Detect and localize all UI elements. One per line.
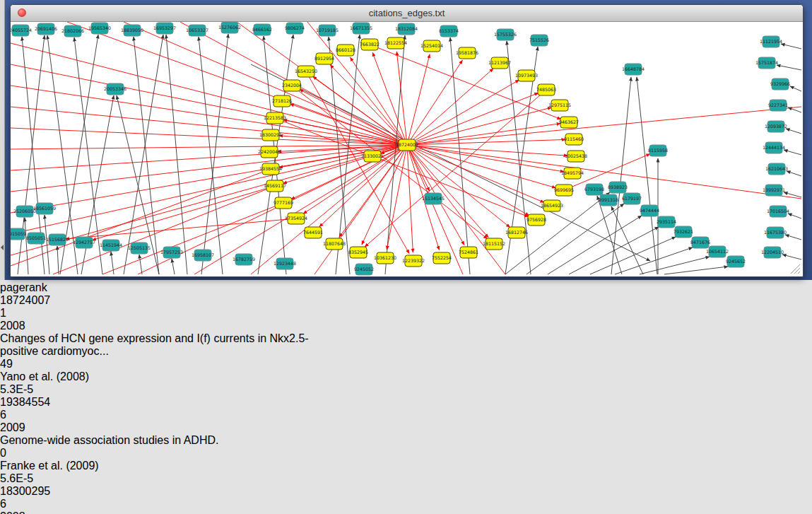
- graph-node[interactable]: 9245052: [354, 264, 374, 275]
- graph-node[interactable]: 7485063: [536, 84, 556, 95]
- resize-grip-icon[interactable]: [791, 264, 800, 274]
- graph-node[interactable]: 9245652: [726, 256, 746, 267]
- graph-node[interactable]: 7524861: [459, 247, 478, 258]
- graph-node[interactable]: 7552254: [432, 252, 452, 264]
- graph-node[interactable]: 8471676: [690, 237, 710, 248]
- graph-node[interactable]: 9699695: [554, 185, 574, 196]
- graph-node[interactable]: 16543250: [295, 66, 317, 77]
- graph-node[interactable]: 13992971: [763, 185, 785, 196]
- graph-node[interactable]: 18654923: [541, 200, 563, 211]
- table-cell[interactable]: Changes of HCN gene expression and I(f) …: [0, 332, 346, 358]
- column-header-pagerank[interactable]: pagerank: [0, 281, 74, 294]
- network-view-window[interactable]: citations_edges.txt 18724007 18122554 15…: [10, 4, 804, 277]
- citation-graph[interactable]: 18724007 18122554 15254014 19581876 1121…: [11, 22, 801, 276]
- graph-node[interactable]: 15755326: [494, 29, 517, 40]
- graph-node[interactable]: 12204510: [761, 247, 784, 258]
- graph-node[interactable]: 21330021: [361, 151, 384, 162]
- table-cell[interactable]: Genome-wide association studies in ADHD.: [0, 434, 346, 447]
- network-canvas[interactable]: 18724007 18122554 15254014 19581876 1121…: [11, 22, 803, 277]
- graph-node[interactable]: 12942757: [73, 237, 95, 248]
- graph-node[interactable]: 21802066: [61, 25, 84, 37]
- graph-node[interactable]: 8115958: [648, 145, 668, 156]
- graph-node[interactable]: 18724007: [396, 139, 418, 151]
- table-cell[interactable]: 19384554: [0, 396, 68, 409]
- graph-node[interactable]: 9756928: [526, 214, 546, 226]
- table-cell[interactable]: Yano et al. (2008): [0, 370, 120, 383]
- table-cell[interactable]: 6: [0, 498, 66, 510]
- graph-node[interactable]: 11121954: [760, 36, 782, 47]
- graph-node[interactable]: 15134545: [422, 193, 445, 204]
- table-row[interactable]: 1830029562008Estimation of significance …: [0, 485, 812, 514]
- table-cell[interactable]: 2008: [0, 510, 54, 514]
- graph-node[interactable]: 16782759: [233, 254, 255, 265]
- table-cell[interactable]: 1: [0, 307, 66, 320]
- graph-node[interactable]: 18300295: [259, 129, 282, 141]
- table-cell[interactable]: 2009: [0, 421, 54, 434]
- control-panel-splitter[interactable]: [0, 0, 5, 280]
- graph-node[interactable]: 16812746: [505, 227, 528, 238]
- graph-node[interactable]: 16671355: [350, 23, 372, 34]
- graph-node[interactable]: 7515526: [529, 35, 549, 46]
- graph-node[interactable]: 22420046: [258, 146, 281, 158]
- graph-node[interactable]: 11807648: [323, 238, 346, 250]
- graph-node[interactable]: 10653327: [186, 25, 208, 36]
- graph-node[interactable]: 9777169: [273, 197, 293, 209]
- table-row[interactable]: 1938455462009Genome-wide association stu…: [0, 396, 812, 485]
- graph-node[interactable]: 17957253: [160, 247, 183, 258]
- graph-node[interactable]: 6179197: [622, 193, 642, 204]
- graph-node[interactable]: 9463627: [559, 117, 579, 128]
- graph-node[interactable]: 7663822: [360, 39, 379, 50]
- graph-node[interactable]: 9115460: [564, 134, 584, 145]
- graph-node[interactable]: 10654112: [706, 246, 729, 257]
- graph-node[interactable]: 15156829: [46, 234, 69, 245]
- graph-node[interactable]: 16648784: [622, 64, 645, 75]
- graph-node[interactable]: 17016504: [767, 206, 789, 217]
- graph-node[interactable]: 18122554: [384, 37, 407, 49]
- table-cell[interactable]: Franke et al. (2009): [0, 460, 120, 472]
- graph-node[interactable]: 12239322: [402, 255, 425, 267]
- table-row[interactable]: 1872400712008Changes of HCN gene express…: [0, 294, 812, 396]
- graph-node[interactable]: 7932621: [673, 226, 693, 238]
- graph-node[interactable]: 8912954: [314, 53, 334, 64]
- graph-node[interactable]: 12923448: [273, 258, 296, 269]
- graph-node[interactable]: 2935114: [657, 216, 676, 228]
- graph-node[interactable]: 8660128: [336, 45, 355, 56]
- graph-node[interactable]: 12093872: [765, 121, 787, 132]
- graph-node[interactable]: 11451944: [100, 240, 122, 251]
- graph-node[interactable]: 8938923: [608, 182, 628, 193]
- graph-node[interactable]: 8505051: [26, 233, 46, 244]
- graph-node[interactable]: 10025438: [565, 151, 587, 162]
- graph-node[interactable]: 15254014: [420, 40, 443, 52]
- graph-node[interactable]: 15751874: [755, 57, 778, 69]
- graph-node[interactable]: 2342004: [282, 80, 302, 91]
- graph-node[interactable]: 18115152: [483, 238, 505, 250]
- table-cell[interactable]: 18300295: [0, 485, 68, 498]
- graph-node[interactable]: 6793198: [584, 184, 604, 195]
- graph-node[interactable]: 12444134: [763, 142, 785, 153]
- table-cell[interactable]: 18724007: [0, 294, 68, 307]
- graph-node[interactable]: 2718126: [272, 95, 292, 107]
- graph-node[interactable]: 9915059: [11, 228, 26, 240]
- graph-node[interactable]: 9474444: [640, 205, 659, 216]
- graph-node[interactable]: 7644591: [303, 227, 323, 238]
- network-window-titlebar[interactable]: citations_edges.txt: [11, 5, 803, 22]
- graph-node[interactable]: 11213967: [488, 57, 511, 69]
- table-cell[interactable]: 5.3E-5: [0, 383, 74, 396]
- graph-node[interactable]: 19581876: [456, 47, 478, 59]
- graph-node[interactable]: 20691406: [35, 23, 57, 35]
- graph-node[interactable]: 16958107: [192, 250, 214, 261]
- table-cell[interactable]: 2008: [0, 320, 54, 332]
- graph-node[interactable]: 10361230: [374, 252, 396, 264]
- graph-node[interactable]: 12505135: [128, 243, 151, 254]
- graph-node[interactable]: 10973493: [515, 70, 538, 81]
- graph-node[interactable]: 18495794: [561, 168, 584, 179]
- graph-node[interactable]: 18839050: [121, 25, 143, 36]
- graph-node[interactable]: 9227341: [768, 100, 788, 111]
- graph-node[interactable]: 8991318: [599, 194, 618, 206]
- graph-node[interactable]: 18561059: [33, 203, 56, 214]
- graph-node[interactable]: 20053346: [104, 83, 126, 95]
- table-cell[interactable]: 6: [0, 409, 66, 421]
- graph-node[interactable]: 10719185: [316, 25, 339, 36]
- graph-node[interactable]: 17354924: [285, 213, 307, 224]
- graph-node[interactable]: 19565340: [88, 23, 111, 34]
